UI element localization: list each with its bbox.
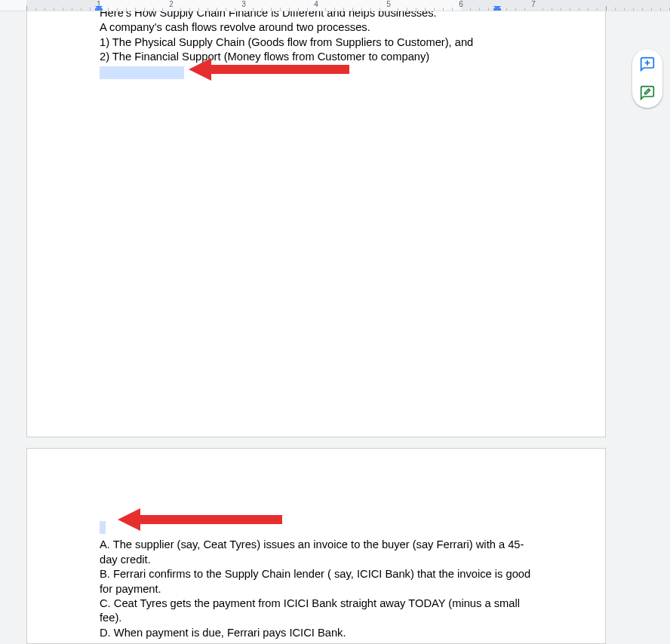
ruler-number: 4 [314,0,318,8]
body-text[interactable]: A company's cash flows revolve around tw… [100,20,533,35]
document-page-1[interactable]: Here's How Supply Chain Finance is Diffe… [26,11,606,437]
text-selection[interactable] [100,66,184,79]
ruler-number: 7 [531,0,536,8]
ruler-number: 2 [169,0,174,8]
text-selection[interactable] [100,521,106,534]
body-text[interactable]: C. Ceat Tyres gets the payment from ICIC… [100,596,533,626]
body-text[interactable]: D. When payment is due, Ferrari pays ICI… [100,626,533,640]
document-canvas: Here's How Supply Chain Finance is Diffe… [0,11,670,644]
side-toolbar [632,49,662,108]
ruler-number: 3 [241,0,246,8]
add-comment-button[interactable] [638,55,656,73]
add-comment-icon [640,57,655,72]
suggest-edits-button[interactable] [638,84,656,102]
document-page-2[interactable]: A. The supplier (say, Ceat Tyres) issues… [26,448,606,644]
body-text[interactable]: B. Ferrari confirms to the Supply Chain … [100,567,533,596]
suggest-edits-icon [640,85,655,100]
body-text[interactable]: 2) The Financial Support (Money flows fr… [100,50,533,64]
body-text[interactable]: 1) The Physical Supply Chain (Goods flow… [100,35,533,50]
body-text[interactable]: Here's How Supply Chain Finance is Diffe… [100,11,437,20]
body-text[interactable]: A. The supplier (say, Ceat Tyres) issues… [100,538,533,567]
ruler-number: 6 [459,0,463,8]
ruler-number: 5 [386,0,391,8]
horizontal-ruler[interactable]: 1234567 [0,0,670,11]
